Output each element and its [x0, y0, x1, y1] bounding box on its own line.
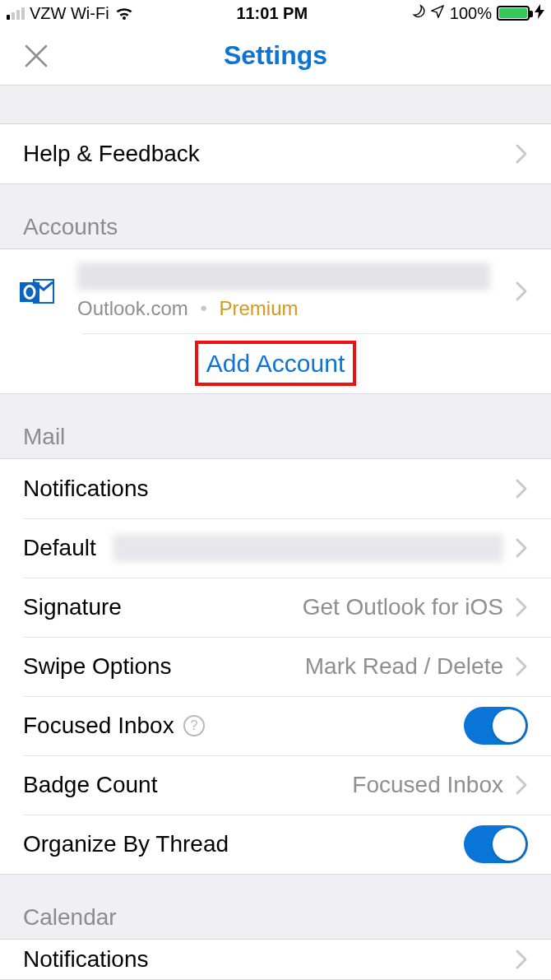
badge-count-value: Focused Inbox: [352, 772, 503, 798]
swipe-options-label: Swipe Options: [23, 653, 172, 680]
chevron-right-icon: [515, 281, 528, 302]
organize-by-thread-row: Organize By Thread: [0, 815, 551, 874]
account-tier: Premium: [219, 297, 298, 319]
chevron-right-icon: [515, 774, 528, 796]
badge-count-row[interactable]: Badge Count Focused Inbox: [0, 755, 551, 815]
wifi-icon: [114, 6, 134, 21]
location-icon: [430, 4, 445, 23]
status-time: 11:01 PM: [236, 4, 308, 23]
swipe-options-row[interactable]: Swipe Options Mark Read / Delete: [0, 637, 551, 696]
chevron-right-icon: [515, 656, 528, 677]
separator-dot: •: [200, 297, 206, 319]
chevron-right-icon: [515, 478, 528, 499]
battery-percent: 100%: [450, 4, 492, 23]
close-icon[interactable]: [23, 43, 49, 69]
signature-value: Get Outlook for iOS: [303, 594, 503, 620]
chevron-right-icon: [515, 537, 528, 559]
add-account-button[interactable]: Add Account: [0, 334, 551, 393]
account-row[interactable]: Outlook.com • Premium: [0, 249, 551, 333]
focused-inbox-row: Focused Inbox ?: [0, 696, 551, 755]
section-header-calendar: Calendar: [0, 875, 551, 939]
battery-icon: [497, 6, 530, 21]
cellular-signal-icon: [7, 7, 25, 20]
organize-by-thread-label: Organize By Thread: [23, 831, 229, 857]
default-label: Default: [23, 535, 96, 561]
mail-notifications-label: Notifications: [23, 476, 149, 502]
focused-inbox-toggle[interactable]: [464, 707, 528, 745]
account-provider: Outlook.com: [77, 297, 188, 319]
outlook-icon: [16, 271, 58, 312]
charging-icon: [535, 4, 544, 23]
section-header-accounts: Accounts: [0, 184, 551, 248]
chevron-right-icon: [515, 949, 528, 970]
calendar-notifications-label: Notifications: [23, 946, 149, 973]
badge-count-label: Badge Count: [23, 772, 157, 798]
swipe-options-value: Mark Read / Delete: [305, 653, 503, 680]
organize-by-thread-toggle[interactable]: [464, 825, 528, 863]
carrier-label: VZW Wi-Fi: [30, 4, 109, 23]
help-feedback-label: Help & Feedback: [23, 141, 200, 167]
focused-inbox-label: Focused Inbox: [23, 713, 174, 739]
signature-row[interactable]: Signature Get Outlook for iOS: [0, 578, 551, 637]
help-icon[interactable]: ?: [183, 714, 206, 737]
nav-header: Settings: [0, 26, 551, 86]
default-value-redacted: [113, 534, 503, 562]
calendar-notifications-row[interactable]: Notifications: [0, 940, 551, 979]
status-bar: VZW Wi-Fi 11:01 PM 100%: [0, 0, 551, 26]
svg-text:?: ?: [190, 718, 197, 732]
section-header-mail: Mail: [0, 394, 551, 458]
chevron-right-icon: [515, 597, 528, 618]
default-account-row[interactable]: Default: [0, 518, 551, 578]
add-account-label: Add Account: [206, 350, 345, 378]
help-feedback-row[interactable]: Help & Feedback: [0, 124, 551, 183]
chevron-right-icon: [515, 143, 528, 165]
account-email-redacted: [77, 262, 490, 290]
page-title: Settings: [224, 40, 327, 71]
mail-notifications-row[interactable]: Notifications: [0, 459, 551, 518]
signature-label: Signature: [23, 594, 122, 620]
do-not-disturb-icon: [410, 4, 425, 23]
